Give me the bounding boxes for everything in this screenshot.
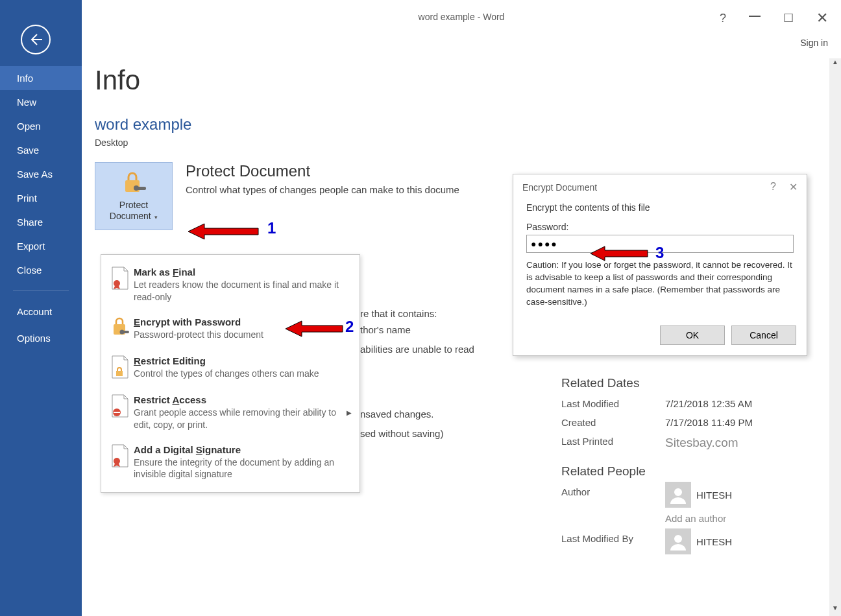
annotation-number-1: 1 — [267, 219, 276, 237]
dialog-title: Encrypt Document — [522, 182, 597, 193]
lock-key-icon — [120, 171, 147, 196]
annotation-number-2: 2 — [345, 318, 354, 336]
sidebar-item-share[interactable]: Share — [0, 210, 82, 234]
svg-point-12 — [674, 535, 682, 543]
prop-created: Created 7/17/2018 11:49 PM — [561, 417, 753, 428]
dialog-close-icon[interactable]: ✕ — [789, 181, 798, 193]
page-title: Info — [95, 65, 841, 96]
document-properties: Related Dates Last Modified 7/21/2018 12… — [561, 376, 753, 560]
document-ribbon-icon — [110, 267, 130, 290]
sidebar-item-account[interactable]: Account — [0, 298, 82, 325]
chevron-down-icon: ▾ — [153, 214, 158, 220]
document-ribbon-icon — [110, 444, 130, 468]
scroll-down-icon[interactable]: ▼ — [829, 604, 841, 616]
encrypt-document-dialog: Encrypt Document ? ✕ Encrypt the content… — [513, 174, 807, 356]
prop-last-modified: Last Modified 7/21/2018 12:35 AM — [561, 398, 753, 409]
author-name[interactable]: HITESH — [696, 490, 732, 501]
lock-key-icon — [110, 316, 130, 340]
inspect-text-fragment: abilities are unable to read — [360, 344, 474, 355]
sidebar-item-info[interactable]: Info — [0, 66, 82, 90]
dialog-instruction: Encrypt the contents of this file — [526, 202, 794, 213]
menu-item-desc: Let readers know the document is final a… — [134, 279, 350, 303]
sidebar-separator — [13, 290, 69, 290]
backstage-sidebar: Info New Open Save Save As Print Share E… — [0, 0, 82, 616]
menu-restrict-editing[interactable]: Restrict Editing Control the types of ch… — [101, 349, 360, 388]
sidebar-item-options[interactable]: Options — [0, 325, 82, 351]
svg-marker-13 — [188, 224, 258, 239]
svg-point-3 — [114, 280, 120, 287]
sidebar-item-export[interactable]: Export — [0, 234, 82, 258]
protect-button-label: Protect Document ▾ — [110, 200, 158, 222]
avatar-icon — [665, 528, 691, 554]
document-blocked-icon — [110, 394, 130, 418]
versions-text-fragment: nsaved changes. — [360, 409, 433, 420]
annotation-arrow-3 — [591, 245, 649, 262]
inspect-text-fragment: thor's name — [360, 324, 411, 335]
document-name: word example — [95, 115, 841, 134]
protect-document-menu: Mark as Final Let readers know the docum… — [101, 254, 360, 493]
scroll-up-icon[interactable]: ▲ — [829, 58, 841, 70]
menu-item-title: Mark as Final — [134, 267, 350, 278]
svg-marker-15 — [591, 246, 648, 261]
related-people-heading: Related People — [561, 464, 753, 479]
menu-item-title: Restrict Access — [134, 394, 350, 405]
sidebar-item-close[interactable]: Close — [0, 258, 82, 282]
menu-item-desc: Grant people access while removing their… — [134, 407, 350, 431]
menu-item-desc: Ensure the integrity of the document by … — [134, 456, 350, 481]
submenu-arrow-icon: ▶ — [347, 409, 352, 416]
document-location: Desktop — [95, 137, 841, 148]
avatar-icon — [665, 482, 691, 508]
protect-heading: Protect Document — [186, 162, 459, 180]
sidebar-menu: Info New Open Save Save As Print Share E… — [0, 66, 82, 351]
svg-point-2 — [134, 185, 139, 191]
inspect-text-fragment: re that it contains: — [360, 308, 437, 319]
sidebar-item-print[interactable]: Print — [0, 186, 82, 210]
menu-add-digital-signature[interactable]: Add a Digital Signature Ensure the integ… — [101, 438, 360, 488]
password-label: Password: — [526, 222, 794, 232]
related-dates-heading: Related Dates — [561, 376, 753, 390]
menu-mark-as-final[interactable]: Mark as Final Let readers know the docum… — [101, 260, 360, 310]
svg-rect-7 — [116, 371, 123, 376]
annotation-arrow-2 — [286, 319, 344, 338]
menu-restrict-access[interactable]: Restrict Access Grant people access whil… — [101, 388, 360, 438]
add-author-link[interactable]: Add an author — [665, 513, 753, 524]
dialog-help-icon[interactable]: ? — [770, 181, 776, 193]
vertical-scrollbar[interactable]: ▲ ▼ — [829, 58, 841, 616]
sidebar-item-new[interactable]: New — [0, 90, 82, 114]
last-modified-by-name: HITESH — [696, 536, 732, 547]
svg-point-6 — [120, 329, 125, 334]
cancel-button[interactable]: Cancel — [731, 326, 796, 345]
sidebar-item-save-as[interactable]: Save As — [0, 162, 82, 186]
svg-rect-9 — [114, 412, 120, 413]
protect-document-button[interactable]: Protect Document ▾ — [95, 162, 173, 230]
versions-text-fragment: sed without saving) — [360, 428, 443, 439]
annotation-number-3: 3 — [655, 244, 664, 262]
svg-point-10 — [114, 458, 120, 464]
prop-last-printed: Last Printed Sitesbay.com — [561, 436, 753, 450]
protect-desc: Control what types of changes people can… — [186, 184, 459, 195]
menu-item-title: Restrict Editing — [134, 355, 350, 366]
sidebar-item-save[interactable]: Save — [0, 138, 82, 162]
svg-marker-14 — [286, 321, 343, 337]
svg-point-11 — [674, 488, 682, 496]
back-button[interactable] — [21, 25, 51, 54]
menu-item-desc: Control the types of changes others can … — [134, 368, 350, 380]
ok-button[interactable]: OK — [660, 326, 725, 345]
sidebar-item-open[interactable]: Open — [0, 114, 82, 138]
document-lock-icon — [110, 355, 130, 379]
annotation-arrow-1 — [188, 222, 260, 241]
dialog-caution-text: Caution: If you lose or forget the passw… — [526, 259, 794, 309]
menu-item-title: Add a Digital Signature — [134, 444, 350, 455]
